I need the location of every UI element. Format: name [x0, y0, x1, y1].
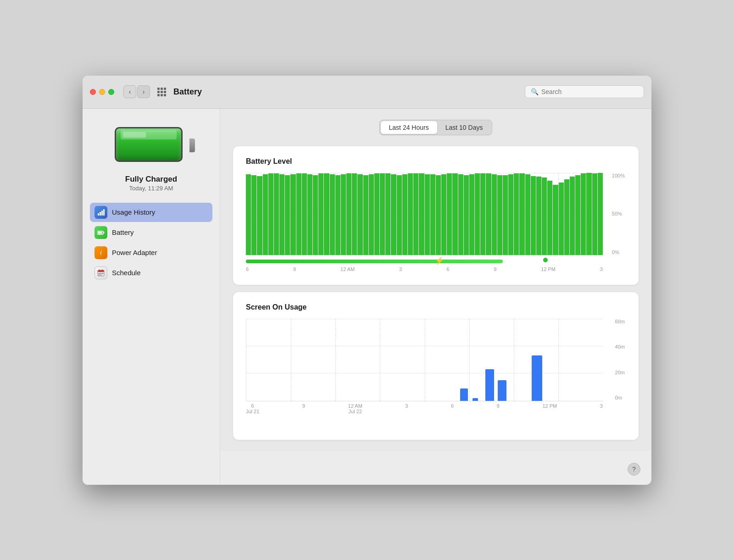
- battery-bar: [425, 174, 430, 255]
- x-main-2: 9: [302, 403, 305, 409]
- battery-bar: [564, 179, 569, 255]
- y-label-50: 50%: [612, 211, 625, 216]
- help-button[interactable]: ?: [628, 463, 640, 476]
- grid-v2: [335, 319, 336, 401]
- sidebar-item-schedule[interactable]: Schedule: [90, 263, 212, 283]
- battery-bar: [430, 174, 435, 255]
- svg-rect-16: [100, 274, 101, 275]
- battery-bar: [486, 173, 491, 255]
- svg-rect-12: [99, 273, 100, 274]
- battery-bar: [531, 176, 536, 255]
- grid-v1: [291, 319, 291, 401]
- battery-bar: [542, 177, 547, 255]
- x-main-6: 9: [497, 403, 500, 409]
- battery-bar: [274, 173, 279, 255]
- x-label: 6: [446, 266, 449, 272]
- battery-status-title: Fully Charged: [125, 175, 177, 184]
- battery-bar: [475, 173, 480, 255]
- battery-bar: [503, 175, 508, 255]
- battery-bar: [302, 173, 307, 255]
- battery-level-chart: 100% 50% 0% ⚡ 6: [246, 173, 626, 274]
- titlebar: ‹ › Battery 🔍: [83, 76, 651, 109]
- battery-terminal: [189, 139, 195, 152]
- svg-rect-1: [100, 212, 101, 216]
- battery-bar: [441, 174, 446, 255]
- battery-bars: [246, 173, 603, 255]
- x-label-group-1: 6 Jul 21: [246, 403, 259, 414]
- tab-last10d[interactable]: Last 10 Days: [437, 121, 491, 134]
- sidebar-item-power-adapter[interactable]: Power Adapter: [90, 243, 212, 262]
- x-label-group-8: 3: [600, 403, 603, 414]
- main-content: Last 24 Hours Last 10 Days Battery Level: [220, 109, 651, 451]
- usage-history-icon: [95, 206, 107, 219]
- usage-bar-1: [460, 388, 468, 401]
- sidebar-item-usage-history[interactable]: Usage History: [90, 203, 212, 222]
- battery-bar: [598, 173, 603, 255]
- tab-last24h[interactable]: Last 24 Hours: [381, 121, 437, 134]
- sidebar-item-battery[interactable]: Battery: [90, 223, 212, 242]
- fullscreen-button[interactable]: [108, 89, 114, 95]
- battery-bar: [592, 173, 597, 255]
- power-adapter-icon: [95, 246, 107, 259]
- battery-bar: [330, 174, 335, 255]
- battery-status-time: Today, 11:29 AM: [125, 185, 177, 192]
- svg-rect-13: [100, 273, 101, 274]
- battery-bar: [514, 173, 519, 255]
- x-label: 3: [600, 266, 603, 272]
- battery-bar: [307, 174, 312, 255]
- battery-bar: [341, 174, 346, 255]
- sidebar-item-label: Usage History: [112, 208, 155, 216]
- x-sub-1: Jul 21: [246, 409, 259, 414]
- x-label: 3: [399, 266, 402, 272]
- battery-level-chart-card: Battery Level: [233, 146, 639, 285]
- schedule-icon: [95, 266, 107, 279]
- charging-bar: [246, 260, 503, 263]
- usage-bar-5: [532, 355, 542, 400]
- battery-bar: [335, 175, 340, 255]
- battery-bar: [290, 174, 295, 255]
- search-icon: 🔍: [531, 88, 539, 95]
- grid-v3: [380, 319, 380, 401]
- battery-bar: [575, 175, 580, 255]
- svg-rect-11: [102, 269, 103, 271]
- search-box[interactable]: 🔍: [525, 85, 644, 98]
- close-button[interactable]: [90, 89, 96, 95]
- sidebar-item-label: Battery: [112, 228, 134, 236]
- battery-bar: [419, 173, 424, 255]
- x-label-group-4: 3: [405, 403, 408, 414]
- back-button[interactable]: ‹: [123, 85, 136, 98]
- y-label-0: 0%: [612, 250, 625, 255]
- battery-icon-wrap: [115, 127, 188, 164]
- svg-rect-9: [98, 270, 104, 272]
- battery-bar: [257, 176, 262, 255]
- usage-bar-3: [485, 369, 494, 400]
- usage-bar-2: [473, 398, 478, 400]
- x-main-3: 12 AM: [348, 403, 362, 409]
- battery-body: [115, 127, 183, 162]
- x-label-group-2: 9: [302, 403, 305, 414]
- battery-bar: [296, 173, 301, 255]
- svg-rect-5: [98, 232, 102, 233]
- battery-bar: [385, 173, 390, 255]
- battery-bar: [324, 173, 329, 255]
- battery-bar: [480, 173, 485, 255]
- y-label-100: 100%: [612, 173, 625, 178]
- help-icon: ?: [632, 466, 636, 473]
- x-label-group-7: 12 PM: [542, 403, 557, 414]
- forward-button[interactable]: ›: [137, 85, 150, 98]
- svg-rect-3: [103, 209, 105, 216]
- x-label: 9: [494, 266, 496, 272]
- svg-rect-6: [104, 232, 105, 233]
- svg-rect-15: [99, 274, 100, 275]
- battery-bar: [464, 175, 469, 255]
- grid-icon[interactable]: [157, 88, 166, 96]
- search-input[interactable]: [541, 88, 638, 95]
- x-main-4: 3: [405, 403, 408, 409]
- nav-buttons: ‹ ›: [123, 85, 150, 98]
- minimize-button[interactable]: [99, 89, 105, 95]
- battery-status: Fully Charged Today, 11:29 AM: [125, 175, 177, 192]
- battery-bar: [447, 173, 452, 255]
- battery-chart-area: 100% 50% 0%: [246, 173, 603, 255]
- svg-rect-2: [101, 211, 103, 216]
- battery-bar: [525, 174, 530, 255]
